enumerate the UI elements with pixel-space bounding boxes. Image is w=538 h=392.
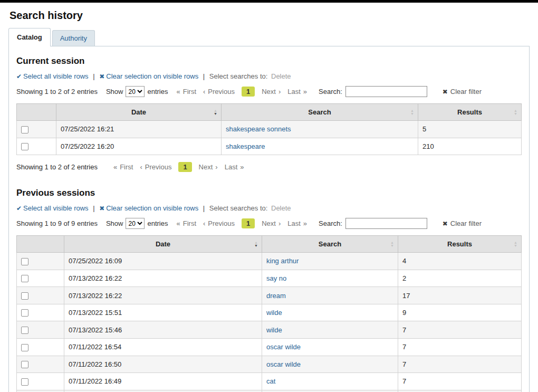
results-column-label: Results [447,240,472,248]
x-icon: ✖ [99,73,104,80]
checkbox-cell [17,121,56,138]
table-row: 07/13/2022 15:46 wilde 7 [17,321,522,339]
table-row: 07/25/2022 16:21 shakespeare sonnets 5 [17,121,522,138]
row-checkbox[interactable] [21,275,28,282]
row-checkbox[interactable] [21,258,28,265]
search-link[interactable]: oscar wilde [266,360,301,368]
first-label: First [120,163,133,171]
pagination-last-button[interactable]: Last» [225,163,244,171]
row-checkbox[interactable] [21,361,28,368]
row-checkbox[interactable] [21,309,28,317]
clear-selection-link[interactable]: ✖Clear selection on visible rows [99,72,198,80]
checkbox-column-header [17,104,56,121]
column-header-results[interactable]: Results▲▼ [418,104,522,121]
angle-left-icon: ‹ [203,219,205,227]
separator: | [93,204,94,212]
select-all-link[interactable]: ✔Select all visible rows [16,72,89,80]
pagination-previous-button[interactable]: ‹Previous [140,163,171,171]
clear-filter-button[interactable]: ✖Clear filter [443,88,482,95]
pagination-previous-button[interactable]: ‹Previous [203,219,235,227]
pagination-current-page[interactable]: 1 [178,162,191,172]
search-link[interactable]: wilde [266,326,282,334]
table-row: 07/13/2022 15:51 wilde 9 [17,304,522,321]
search-link[interactable]: say no [266,274,286,282]
row-checkbox[interactable] [21,143,28,150]
results-cell: 4 [398,253,522,270]
pagination-last-button[interactable]: Last» [287,88,307,95]
show-label: Show [106,88,123,95]
search-link[interactable]: shakespeare sonnets [226,125,291,133]
current-session-heading: Current session [16,56,522,66]
checkbox-cell [17,321,64,339]
separator: | [93,72,94,80]
search-cell: shakespeare [222,138,418,155]
search-link[interactable]: king arthur [266,257,299,265]
pagination-current-page[interactable]: 1 [242,87,255,97]
sort-desc-icon: ▲▼ [254,241,258,247]
results-cell: 7 [398,356,522,373]
pagination-first-button[interactable]: «First [177,219,197,227]
row-checkbox[interactable] [21,327,28,334]
column-header-search[interactable]: Search▲▼ [222,104,418,121]
search-cell: oscar wilde [262,338,398,356]
pagination-current-page[interactable]: 1 [242,218,255,228]
checkbox-cell [17,138,56,155]
date-cell: 07/11/2022 16:49 [64,373,262,390]
checkbox-cell [17,338,64,356]
sort-down-icon: ▼ [214,112,217,116]
row-checkbox[interactable] [21,344,28,351]
previous-sessions-section: Previous sessions ✔Select all visible ro… [16,188,522,392]
search-column-label: Search [308,108,331,116]
pagination: «First ‹Previous 1 Next› Last» [177,87,308,97]
row-checkbox[interactable] [21,126,28,133]
previous-label: Previous [145,163,172,171]
results-cell: 97 [398,390,522,392]
search-link[interactable]: oscar wilde [266,343,301,351]
clear-filter-label: Clear filter [450,219,482,227]
pagination-first-button[interactable]: «First [177,88,197,95]
tab-authority[interactable]: Authority [52,30,95,46]
column-header-date[interactable]: Date▲▼ [64,236,262,253]
column-header-date[interactable]: Date▲▼ [56,104,222,121]
column-header-search[interactable]: Search▲▼ [262,236,398,253]
previous-label: Previous [208,88,235,95]
search-input[interactable] [345,218,427,229]
pagination-previous-button[interactable]: ‹Previous [203,88,235,95]
search-cell: oscar wilde [262,356,398,373]
x-icon: ✖ [443,88,448,95]
search-link[interactable]: dream [266,292,286,300]
sort-both-icon: ▲▼ [390,241,394,247]
tab-bar: Catalog Authority [8,28,530,46]
pagination-next-button[interactable]: Next› [262,88,281,95]
clear-selection-link[interactable]: ✖Clear selection on visible rows [99,204,198,212]
column-header-results[interactable]: Results▲▼ [398,236,522,253]
clear-filter-button[interactable]: ✖Clear filter [443,219,482,227]
pagination-next-button[interactable]: Next› [262,219,281,227]
pagination-first-button[interactable]: «First [113,163,133,171]
row-checkbox[interactable] [21,292,28,300]
table-row: 07/25/2022 16:20 shakespeare 210 [17,138,522,155]
delete-link[interactable]: Delete [271,72,291,80]
pagination-last-button[interactable]: Last» [287,219,307,227]
search-link[interactable]: cat [266,377,275,385]
select-all-link[interactable]: ✔Select all visible rows [16,204,89,212]
checkbox-cell [17,287,64,304]
angle-double-right-icon: » [240,163,244,171]
angle-double-left-icon: « [177,219,180,227]
angle-right-icon: › [278,88,281,95]
row-checkbox[interactable] [21,378,28,386]
page-size-select[interactable]: 20 [126,218,145,229]
search-link[interactable]: shakespeare [226,142,265,150]
date-cell: 07/25/2022 16:20 [56,138,222,155]
search-input[interactable] [345,86,427,97]
table-search: Search: [319,86,427,97]
search-cell: shakespeare sonnets [222,121,418,138]
pagination-next-button[interactable]: Next› [199,163,218,171]
search-link[interactable]: wilde [266,309,282,317]
delete-link[interactable]: Delete [271,204,291,212]
sort-down-icon: ▼ [410,112,414,116]
sort-both-icon: ▲▼ [410,109,414,116]
tab-catalog[interactable]: Catalog [8,28,51,46]
page-size-select[interactable]: 20 [126,86,145,97]
table-row: 07/13/2022 16:22 say no 2 [17,270,522,287]
